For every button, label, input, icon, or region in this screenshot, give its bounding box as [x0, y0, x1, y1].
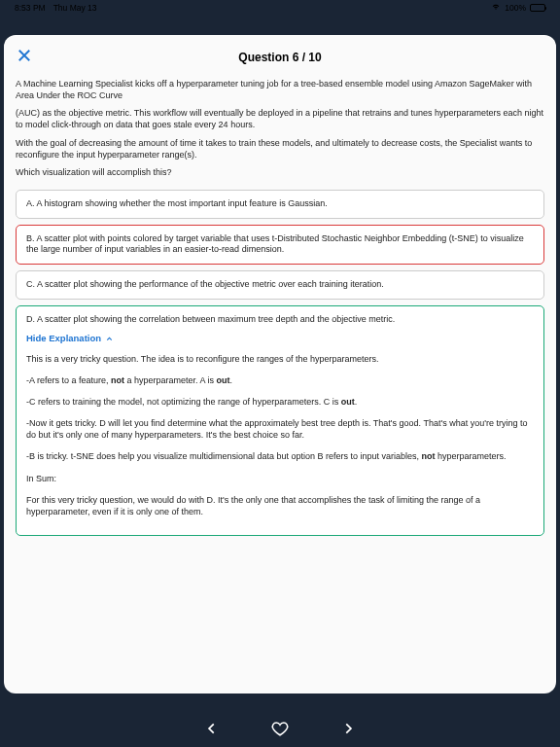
battery-percent: 100%	[505, 3, 526, 13]
chevron-up-icon	[105, 335, 114, 343]
question-text: A Machine Learning Specialist kicks off …	[16, 78, 544, 178]
question-counter: Question 6 / 10	[238, 51, 321, 64]
status-bar: 8:53 PM Thu May 13 100%	[0, 0, 560, 16]
option-d-text: D. A scatter plot showing the correlatio…	[26, 314, 534, 326]
wifi-icon	[491, 3, 501, 13]
option-d[interactable]: D. A scatter plot showing the correlatio…	[16, 305, 544, 536]
favorite-button[interactable]	[269, 718, 291, 739]
status-time: 8:53 PM	[15, 3, 46, 13]
bottom-nav	[0, 718, 560, 739]
option-c[interactable]: C. A scatter plot showing the performanc…	[16, 270, 544, 300]
battery-icon	[530, 4, 545, 12]
status-date: Thu May 13	[53, 3, 97, 13]
explanation-body: This is a very tricky question. The idea…	[26, 353, 534, 517]
close-button[interactable]	[16, 47, 33, 68]
option-b[interactable]: B. A scatter plot with points colored by…	[16, 225, 544, 265]
hide-explanation-toggle[interactable]: Hide Explanation	[26, 333, 534, 344]
next-button[interactable]	[337, 718, 359, 739]
prev-button[interactable]	[201, 718, 223, 739]
option-a[interactable]: A. A histogram showing whether the most …	[16, 190, 544, 219]
question-card: Question 6 / 10 A Machine Learning Speci…	[4, 35, 556, 694]
